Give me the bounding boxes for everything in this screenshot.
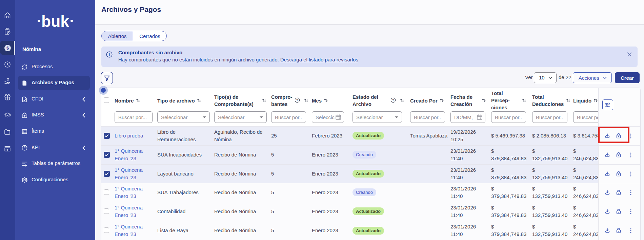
svg-text:i: i — [109, 53, 110, 57]
svg-text:?: ? — [392, 98, 394, 102]
svg-text:s: s — [24, 82, 25, 85]
svg-text:$: $ — [6, 45, 9, 51]
svg-text:?: ? — [296, 98, 298, 102]
